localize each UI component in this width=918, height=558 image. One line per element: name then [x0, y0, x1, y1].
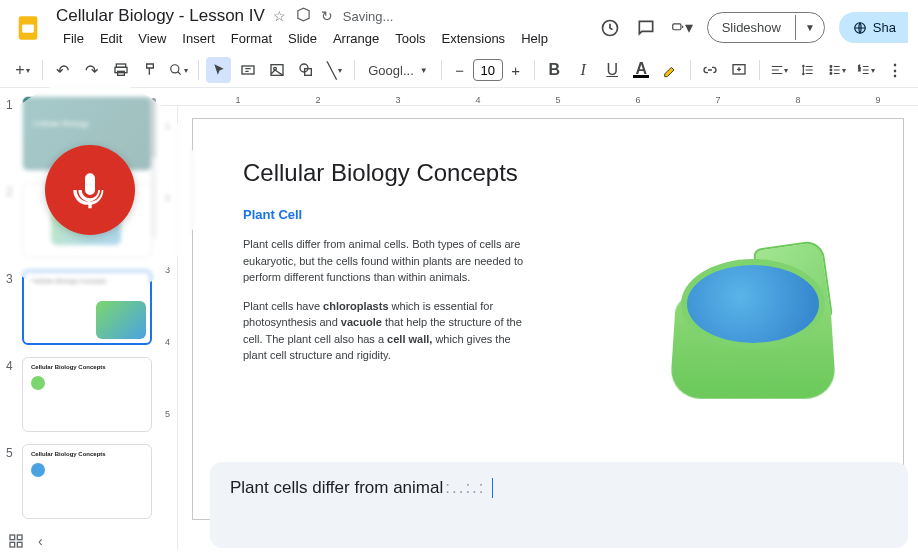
svg-rect-21 — [17, 535, 22, 540]
menu-help[interactable]: Help — [514, 28, 555, 49]
svg-text:2: 2 — [859, 67, 862, 72]
fontsize-input[interactable] — [473, 59, 503, 81]
grid-view-button[interactable] — [8, 533, 24, 552]
history-icon[interactable] — [599, 17, 621, 39]
share-button[interactable]: Sha — [839, 12, 908, 43]
slide-subtitle[interactable]: Plant Cell — [243, 207, 653, 222]
menu-format[interactable]: Format — [224, 28, 279, 49]
zoom-button[interactable]: ▾ — [166, 57, 191, 83]
slideshow-button-group: Slideshow ▼ — [707, 12, 825, 43]
image-button[interactable] — [264, 57, 289, 83]
italic-button[interactable]: I — [571, 57, 596, 83]
svg-rect-7 — [117, 71, 124, 75]
svg-rect-9 — [242, 66, 254, 74]
menu-bar: File Edit View Insert Format Slide Arran… — [56, 28, 589, 49]
menu-tools[interactable]: Tools — [388, 28, 432, 49]
menu-extensions[interactable]: Extensions — [435, 28, 513, 49]
slide-thumbnail-3[interactable]: Cellular Biology Concepts — [22, 270, 152, 345]
thumb-number: 1 — [6, 96, 16, 112]
textbox-button[interactable] — [235, 57, 260, 83]
text-color-button[interactable]: A — [629, 57, 654, 83]
align-button[interactable]: ▾ — [767, 57, 792, 83]
footer-controls: ‹ — [8, 533, 43, 552]
more-toolbar-button[interactable]: ⋮ — [883, 57, 908, 83]
paint-format-button[interactable] — [137, 57, 162, 83]
shape-button[interactable] — [293, 57, 318, 83]
thumb-number: 3 — [6, 270, 16, 286]
slides-logo[interactable] — [10, 10, 46, 46]
slide-editor[interactable]: Cellular Biology Concepts Plant Cell Pla… — [192, 118, 904, 520]
menu-edit[interactable]: Edit — [93, 28, 129, 49]
svg-rect-3 — [672, 23, 680, 29]
menu-arrange[interactable]: Arrange — [326, 28, 386, 49]
text-cursor — [492, 478, 493, 498]
numbered-list-button[interactable]: 12▾ — [854, 57, 879, 83]
menu-slide[interactable]: Slide — [281, 28, 324, 49]
cloud-status-icon[interactable]: ↻ — [321, 8, 333, 24]
line-spacing-button[interactable] — [796, 57, 821, 83]
voice-typing-button[interactable] — [45, 145, 135, 235]
slide-thumbnail-5[interactable]: Cellular Biology Concepts — [22, 444, 152, 519]
speaker-notes-text: Plant cells differ from animal:..:.: — [230, 478, 486, 498]
add-comment-button[interactable] — [727, 57, 752, 83]
svg-rect-20 — [10, 535, 15, 540]
comment-icon[interactable] — [635, 17, 657, 39]
menu-file[interactable]: File — [56, 28, 91, 49]
speaker-notes[interactable]: Plant cells differ from animal:..:.: — [210, 462, 908, 548]
slideshow-button[interactable]: Slideshow — [708, 13, 795, 42]
fontsize-decrease[interactable]: − — [449, 59, 471, 81]
bullet-list-button[interactable]: ▾ — [825, 57, 850, 83]
svg-rect-22 — [10, 542, 15, 547]
svg-rect-1 — [22, 24, 34, 32]
slide-title[interactable]: Cellular Biology Concepts — [243, 159, 653, 187]
new-slide-button[interactable]: +▾ — [10, 57, 35, 83]
thumb-number: 2 — [6, 183, 16, 199]
link-button[interactable] — [698, 57, 723, 83]
print-button[interactable] — [108, 57, 133, 83]
redo-button[interactable]: ↷ — [79, 57, 104, 83]
star-icon[interactable]: ☆ — [273, 8, 286, 24]
highlight-button[interactable] — [658, 57, 683, 83]
thumb-number: 5 — [6, 444, 16, 460]
fontsize-increase[interactable]: + — [505, 59, 527, 81]
menu-view[interactable]: View — [131, 28, 173, 49]
svg-point-17 — [830, 73, 832, 75]
line-button[interactable]: ╲▾ — [322, 57, 347, 83]
bold-button[interactable]: B — [542, 57, 567, 83]
saving-status: Saving... — [343, 9, 394, 24]
vertical-ruler[interactable]: 12345 — [158, 106, 178, 550]
collapse-panel-button[interactable]: ‹ — [38, 533, 43, 552]
undo-button[interactable]: ↶ — [50, 57, 75, 83]
plant-cell-image[interactable] — [663, 239, 843, 399]
horizontal-ruler[interactable]: 123456789 — [158, 88, 918, 106]
present-icon[interactable]: ▾ — [671, 17, 693, 39]
app-header: Cellular Biology - Lesson IV ☆ ↻ Saving.… — [0, 0, 918, 49]
slide-thumbnail-4[interactable]: Cellular Biology Concepts — [22, 357, 152, 432]
svg-point-15 — [830, 66, 832, 68]
document-title[interactable]: Cellular Biology - Lesson IV — [56, 6, 265, 26]
svg-point-16 — [830, 69, 832, 71]
select-tool[interactable] — [206, 57, 231, 83]
svg-point-8 — [171, 65, 179, 73]
svg-rect-23 — [17, 542, 22, 547]
share-label: Sha — [873, 20, 896, 35]
toolbar: +▾ ↶ ↷ ▾ ╲▾ Googl...▼ − + B I U A ▾ ▾ 12… — [0, 53, 918, 88]
font-select[interactable]: Googl...▼ — [362, 61, 433, 80]
slide-body[interactable]: Plant cells differ from animal cells. Bo… — [243, 236, 533, 364]
menu-insert[interactable]: Insert — [175, 28, 222, 49]
thumb-number: 4 — [6, 357, 16, 373]
move-icon[interactable] — [296, 7, 311, 25]
underline-button[interactable]: U — [600, 57, 625, 83]
slideshow-dropdown[interactable]: ▼ — [795, 15, 824, 40]
